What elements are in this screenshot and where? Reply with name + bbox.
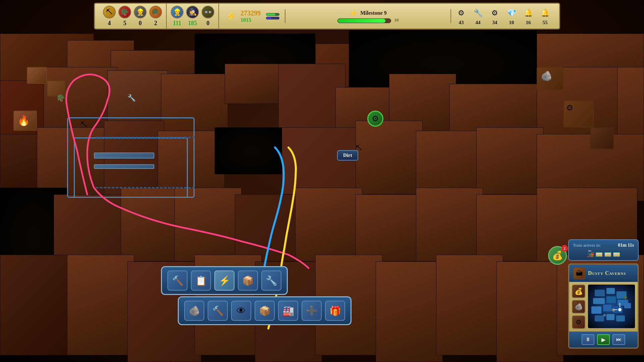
toolbar-btn-add[interactable]: ➕ [302,301,322,321]
toolbar-btn-factory[interactable]: 🏭 [278,301,298,321]
mini-map[interactable]: ⚙ ⚙ 🪖 [588,285,635,328]
resource-item-4: 💎 10 [505,7,518,25]
milestone-bar-container: 10 [337,17,399,23]
worker-icon-6: 🕵 [186,6,199,18]
bottom-toolbar-secondary: 🪨 🔨 👁 📦 🏭 ➕ 🎁 [178,296,352,325]
svg-rect-2 [595,290,605,296]
mini-map-svg: ⚙ ⚙ 🪖 [588,285,635,328]
worker-group-5: 👷 111 [171,6,183,27]
svg-text:⚙: ⚙ [603,313,606,317]
toolbar-btn-gift[interactable]: 🎁 [325,301,345,321]
milestone-progress-bar [337,18,391,23]
resource-icon-3: ⚙ [489,7,501,19]
pause-button[interactable]: ⏸ [582,334,594,345]
conveyor-belt [94,153,154,159]
toolbar-btn-forge[interactable]: 🔨 [208,301,228,321]
resources-section: ⚙ 43 🔧 44 ⚙ 34 💎 10 🔔 16 🔔 55 [451,7,555,25]
worker-marker: 🪖 [57,94,65,102]
toolbar-btn-blueprint[interactable]: 📋 [191,270,211,291]
top-hud: ⛏ 4 🪖 5 👷 0 🪖 2 👷 111 🕵 185 👓 0 [94,3,560,29]
panel-map-area: 💰 🪨 ⚙ [569,282,638,331]
panel-side-icon-2[interactable]: 🪨 [572,300,585,313]
building-object: 🔥 [13,111,37,131]
resource-item-6: 🔔 55 [539,7,551,25]
resource-icon-1: ⚙ [455,7,467,19]
train-icon-1: 🚂 [587,250,594,257]
worker-icon-7: 👓 [202,6,214,18]
worker-icon-5: 👷 [171,6,183,18]
right-panel: Train arrives in: 01m 11s 🚂 🚃 🚃 🚃 🏔 Dust… [568,239,639,349]
building-object [27,67,47,84]
worker-group-7: 👓 0 [202,6,214,27]
milestone-fill [338,19,385,23]
milestone-icon: ⚡ [349,9,358,17]
fast-forward-button[interactable]: ⏭ [612,334,625,345]
worker-group-3: 👷 0 [134,6,147,27]
train-icon-2: 🚃 [595,250,603,257]
resource-pile: 🪨 [537,67,564,90]
resource-item-2: 🔧 44 [472,7,484,25]
conveyor-belt [94,164,154,169]
resource-icon-4: 💎 [505,7,518,19]
svg-rect-5 [593,298,605,304]
svg-rect-6 [606,296,616,303]
svg-rect-14 [616,315,625,321]
train-notification: Train arrives in: 01m 11s 🚂 🚃 🚃 🚃 [568,239,639,261]
gear-icon: ⚙ [372,114,379,123]
fab-badge: 2 [561,245,568,252]
currency-bars [266,13,279,19]
fab-button[interactable]: 💰 2 [548,246,567,265]
play-icon: ▶ [601,337,605,343]
svg-rect-8 [591,306,601,314]
fast-forward-icon: ⏭ [616,337,622,343]
svg-text:⚙: ⚙ [611,308,615,312]
fab-icon: 💰 [552,250,563,261]
resource-item-3: ⚙ 34 [489,7,501,25]
svg-text:🪖: 🪖 [623,295,628,300]
toolbar-btn-crate[interactable]: 📦 [238,270,258,291]
milestone-section: ⚡ Milestone 9 10 [285,9,451,23]
milestone-header: ⚡ Milestone 9 [349,9,387,17]
worker-group-4: 🪖 2 [149,6,162,27]
svg-point-15 [618,308,622,311]
worker-group-1: ⛏ 4 [103,6,116,27]
svg-rect-9 [603,305,611,311]
panel-side-icon-1: 💰 [572,285,585,298]
train-icon-4: 🚃 [613,250,620,257]
toolbar-btn-storage[interactable]: 📦 [255,301,275,321]
currency-values: 273299 1015 [240,9,261,23]
panel-side-icon-3: ⚙ [572,315,585,329]
currency-icon: ⚡ [224,9,238,23]
worker-icon-yellow: ⛏ [103,6,116,18]
toolbar-btn-stone[interactable]: 🪨 [184,301,204,321]
hud-workers-section: ⛏ 4 🪖 5 👷 0 🪖 2 [99,4,167,28]
gear-indicator[interactable]: ⚙ [367,111,383,127]
worker-marker: ⛏ [80,121,87,128]
action-fab[interactable]: 💰 2 [548,246,567,265]
worker-icon-gray: 👷 [134,6,147,18]
svg-rect-3 [606,288,615,294]
toolbar-btn-electric[interactable]: ⚡ [214,270,234,291]
panel-location-icon: 🏔 [573,267,585,279]
panel-controls: ⏸ ▶ ⏭ [569,331,638,348]
svg-rect-13 [606,314,614,320]
svg-rect-12 [595,315,604,321]
worker-marker: 🔧 [127,94,136,102]
hud-workers-section-2: 👷 111 🕵 185 👓 0 [167,4,219,28]
worker-icon-orange: 🪖 [149,6,162,18]
toolbar-btn-hammer[interactable]: 🔨 [167,270,187,291]
train-header: Train arrives in: 01m 11s [573,243,634,248]
train-icon-3: 🚃 [604,250,611,257]
dirt-tooltip: Dirt [337,150,358,161]
panel-header: 🏔 Dusty Caverns [569,264,638,282]
toolbar-btn-scout[interactable]: 👁 [231,301,251,321]
resource-icon-5: 🔔 [522,7,534,19]
dusty-caverns-panel: 🏔 Dusty Caverns 💰 🪨 ⚙ [568,263,639,349]
resource-item-5: 🔔 16 [522,7,534,25]
worker-icon-red: 🪖 [118,6,131,18]
panel-side-icons: 💰 🪨 ⚙ [572,285,585,329]
toolbar-btn-wrench[interactable]: 🔧 [261,270,281,291]
play-button[interactable]: ▶ [597,334,610,345]
train-icons: 🚂 🚃 🚃 🚃 [573,250,634,257]
resource-icon-2: 🔧 [472,7,484,19]
